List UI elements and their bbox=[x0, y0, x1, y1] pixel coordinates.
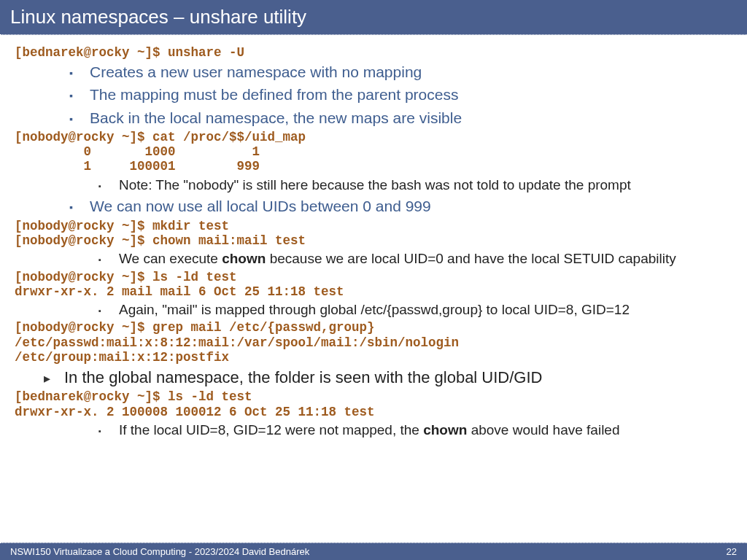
note-text: We can execute chown because we are loca… bbox=[119, 250, 676, 268]
bullet-marker-icon: ▪ bbox=[69, 113, 90, 125]
bullet-marker-icon: ▪ bbox=[69, 90, 90, 101]
bullet-text: Creates a new user namespace with no map… bbox=[90, 62, 422, 82]
bullet-marker-icon: ▪ bbox=[98, 306, 119, 315]
note-item: ▪ Note: The "nobody" is still here becau… bbox=[15, 176, 732, 195]
bullet-text: Back in the local namespace, the new map… bbox=[90, 108, 462, 128]
bullet-item: ▪ Back in the local namespace, the new m… bbox=[15, 108, 732, 128]
bullet-marker-icon: ▪ bbox=[98, 255, 119, 264]
bullet-item: ▸ In the global namespace, the folder is… bbox=[15, 368, 732, 389]
note-item: ▪ Again, "mail" is mapped through global… bbox=[15, 301, 732, 319]
slide-title: Linux namespaces – unshare utility bbox=[0, 0, 747, 35]
bullet-text: We can now use all local UIDs between 0 … bbox=[90, 196, 431, 217]
bullet-text: The mapping must be defined from the par… bbox=[90, 85, 458, 105]
code-block-3: [nobody@rocky ~]$ mkdir test [nobody@roc… bbox=[15, 219, 732, 248]
code-block-1: [bednarek@rocky ~]$ unshare -U bbox=[15, 45, 732, 60]
slide-body: [bednarek@rocky ~]$ unshare -U ▪ Creates… bbox=[0, 35, 747, 439]
triangle-marker-icon: ▸ bbox=[44, 370, 64, 386]
code-block-2: [nobody@rocky ~]$ cat /proc/$$/uid_map 0… bbox=[15, 130, 732, 174]
bullet-marker-icon: ▪ bbox=[69, 201, 90, 213]
bullet-text: In the global namespace, the folder is s… bbox=[64, 368, 542, 389]
code-block-4: [nobody@rocky ~]$ ls -ld test drwxr-xr-x… bbox=[15, 270, 732, 299]
slide-number: 22 bbox=[727, 546, 737, 557]
slide-footer: NSWI150 Virtualizace a Cloud Computing -… bbox=[0, 542, 747, 560]
bullet-marker-icon: ▪ bbox=[98, 427, 119, 435]
note-item: ▪ If the local UID=8, GID=12 were not ma… bbox=[15, 421, 732, 440]
note-text: If the local UID=8, GID=12 were not mapp… bbox=[119, 421, 620, 440]
note-text: Note: The "nobody" is still here because… bbox=[119, 176, 631, 195]
bullet-item: ▪ The mapping must be defined from the p… bbox=[15, 85, 732, 105]
bullet-marker-icon: ▪ bbox=[69, 67, 90, 79]
note-item: ▪ We can execute chown because we are lo… bbox=[15, 250, 732, 268]
code-block-6: [bednarek@rocky ~]$ ls -ld test drwxr-xr… bbox=[15, 389, 732, 419]
bullet-item: ▪ We can now use all local UIDs between … bbox=[15, 196, 732, 217]
bullet-item: ▪ Creates a new user namespace with no m… bbox=[15, 62, 732, 82]
bullet-marker-icon: ▪ bbox=[98, 182, 119, 190]
footer-text: NSWI150 Virtualizace a Cloud Computing -… bbox=[10, 546, 309, 557]
code-block-5: [nobody@rocky ~]$ grep mail /etc/{passwd… bbox=[15, 320, 732, 364]
note-text: Again, "mail" is mapped through global /… bbox=[119, 301, 630, 319]
